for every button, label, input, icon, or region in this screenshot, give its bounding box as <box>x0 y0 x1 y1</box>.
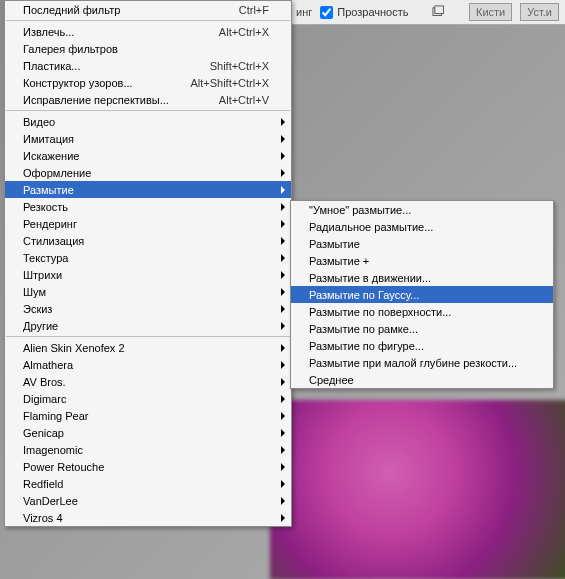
submenu-arrow-icon <box>281 271 285 279</box>
menu-item[interactable]: Vizros 4 <box>5 509 291 526</box>
mi-label: Redfield <box>23 478 269 490</box>
blur-submenu: "Умное" размытие...Радиальное размытие..… <box>290 200 554 389</box>
mi-label: Flaming Pear <box>23 410 269 422</box>
submenu-arrow-icon <box>281 480 285 488</box>
menu-item[interactable]: Размытие по поверхности... <box>291 303 553 320</box>
submenu-arrow-icon <box>281 220 285 228</box>
mi-label: Genicap <box>23 427 269 439</box>
mi-label: Размытие по поверхности... <box>309 306 531 318</box>
mi-label: Imagenomic <box>23 444 269 456</box>
submenu-arrow-icon <box>281 395 285 403</box>
mi-label: Digimarc <box>23 393 269 405</box>
menu-item[interactable]: Резкость <box>5 198 291 215</box>
mi-shortcut: Alt+Ctrl+X <box>199 26 269 38</box>
menu-item[interactable]: Оформление <box>5 164 291 181</box>
menu-item[interactable]: VanDerLee <box>5 492 291 509</box>
menu-item[interactable]: Другие <box>5 317 291 334</box>
submenu-arrow-icon <box>281 446 285 454</box>
menu-item[interactable]: Размытие в движении... <box>291 269 553 286</box>
submenu-arrow-icon <box>281 237 285 245</box>
submenu-arrow-icon <box>281 118 285 126</box>
menu-item[interactable]: Genicap <box>5 424 291 441</box>
mi-label: Другие <box>23 320 269 332</box>
submenu-arrow-icon <box>281 203 285 211</box>
mi-label: Исправление перспективы... <box>23 94 199 106</box>
menu-item[interactable]: Almathera <box>5 356 291 373</box>
menu-item[interactable]: Эскиз <box>5 300 291 317</box>
submenu-arrow-icon <box>281 497 285 505</box>
menu-item[interactable]: Среднее <box>291 371 553 388</box>
menu-item[interactable]: Исправление перспективы...Alt+Ctrl+V <box>5 91 291 108</box>
mi-label: Шум <box>23 286 269 298</box>
menu-item[interactable]: Redfield <box>5 475 291 492</box>
menu-separator <box>6 20 290 21</box>
menu-item[interactable]: Digimarc <box>5 390 291 407</box>
menu-item[interactable]: Стилизация <box>5 232 291 249</box>
menu-item[interactable]: Размытие по рамке... <box>291 320 553 337</box>
transparency-check[interactable]: Прозрачность <box>320 6 408 19</box>
submenu-arrow-icon <box>281 169 285 177</box>
menu-item[interactable]: Искажение <box>5 147 291 164</box>
submenu-arrow-icon <box>281 288 285 296</box>
submenu-arrow-icon <box>281 361 285 369</box>
menu-item[interactable]: Шум <box>5 283 291 300</box>
menu-item[interactable]: Радиальное размытие... <box>291 218 553 235</box>
menu-item[interactable]: Размытие при малой глубине резкости... <box>291 354 553 371</box>
mi-label: Размытие по рамке... <box>309 323 531 335</box>
submenu-arrow-icon <box>281 254 285 262</box>
tab-settings[interactable]: Уст.и <box>520 3 559 21</box>
mi-label: Извлечь... <box>23 26 199 38</box>
mi-label: Размытие при малой глубине резкости... <box>309 357 531 369</box>
mi-shortcut: Alt+Ctrl+V <box>199 94 269 106</box>
submenu-arrow-icon <box>281 322 285 330</box>
menu-item[interactable]: Имитация <box>5 130 291 147</box>
mi-label: Имитация <box>23 133 269 145</box>
transparency-checkbox[interactable] <box>320 6 333 19</box>
mi-label: Среднее <box>309 374 531 386</box>
submenu-arrow-icon <box>281 378 285 386</box>
menu-item[interactable]: Размытие + <box>291 252 553 269</box>
mi-label: Размытие <box>309 238 531 250</box>
menu-item[interactable]: "Умное" размытие... <box>291 201 553 218</box>
menu-item[interactable]: Пластика...Shift+Ctrl+X <box>5 57 291 74</box>
tab-brushes[interactable]: Кисти <box>469 3 512 21</box>
mi-label: Размытие в движении... <box>309 272 531 284</box>
menu-item[interactable]: Размытие по Гауссу... <box>291 286 553 303</box>
mi-label: Размытие по Гауссу... <box>309 289 531 301</box>
menu-item[interactable]: Размытие <box>5 181 291 198</box>
mi-label: Размытие + <box>309 255 531 267</box>
mi-label: Конструктор узоров... <box>23 77 170 89</box>
mi-label: Vizros 4 <box>23 512 269 524</box>
menu-item[interactable]: Размытие по фигуре... <box>291 337 553 354</box>
mi-last-filter[interactable]: Последний фильтр Ctrl+F <box>5 1 291 18</box>
menu-item[interactable]: Извлечь...Alt+Ctrl+X <box>5 23 291 40</box>
svg-rect-1 <box>435 6 444 14</box>
menu-item[interactable]: Imagenomic <box>5 441 291 458</box>
menu-item[interactable]: Штрихи <box>5 266 291 283</box>
menu-item[interactable]: Галерея фильтров <box>5 40 291 57</box>
mi-label: Пластика... <box>23 60 190 72</box>
submenu-arrow-icon <box>281 135 285 143</box>
filter-menu: Последний фильтр Ctrl+F Извлечь...Alt+Ct… <box>4 0 292 527</box>
menu-item[interactable]: Размытие <box>291 235 553 252</box>
mi-label: Галерея фильтров <box>23 43 269 55</box>
mi-label: Резкость <box>23 201 269 213</box>
toolbar-fragment: инг <box>296 6 312 18</box>
flower-image <box>270 400 565 579</box>
menu-item[interactable]: Текстура <box>5 249 291 266</box>
menu-item[interactable]: Конструктор узоров...Alt+Shift+Ctrl+X <box>5 74 291 91</box>
menu-item[interactable]: Alien Skin Xenofex 2 <box>5 339 291 356</box>
mi-label: Последний фильтр <box>23 4 219 16</box>
submenu-arrow-icon <box>281 463 285 471</box>
mi-label: AV Bros. <box>23 376 269 388</box>
toolbar: инг Прозрачность Кисти Уст.и <box>290 0 565 25</box>
menu-item[interactable]: Рендеринг <box>5 215 291 232</box>
menu-item[interactable]: Flaming Pear <box>5 407 291 424</box>
mi-label: Текстура <box>23 252 269 264</box>
submenu-arrow-icon <box>281 186 285 194</box>
submenu-arrow-icon <box>281 429 285 437</box>
menu-item[interactable]: AV Bros. <box>5 373 291 390</box>
menu-item[interactable]: Power Retouche <box>5 458 291 475</box>
menu-item[interactable]: Видео <box>5 113 291 130</box>
palette-icon[interactable] <box>432 5 445 19</box>
